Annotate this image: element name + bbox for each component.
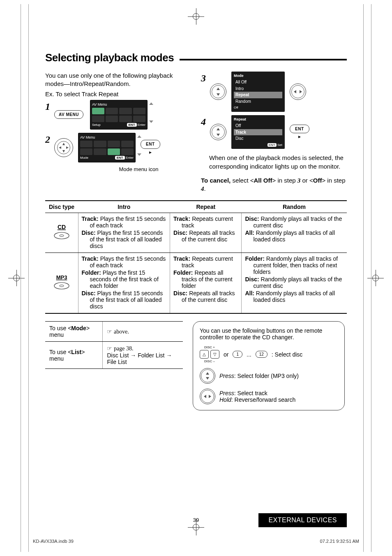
svg-marker-4	[217, 88, 220, 90]
ent-button-icon: ENT	[290, 125, 309, 134]
remote-intro: You can use the following buttons on the…	[200, 327, 338, 341]
nav-dial-leftright-icon	[290, 83, 306, 100]
select-disc-label: : Select disc	[272, 351, 302, 358]
down-arrow-icon	[137, 153, 141, 156]
step-3: 3 Mode All Off Intro Repeat Random Off	[201, 72, 347, 112]
svg-marker-9	[217, 134, 220, 136]
svg-marker-17	[206, 377, 209, 380]
remote-track-select: Press: Select track Hold: Reverse/forwar…	[200, 389, 338, 404]
list-menu-ref-value: ☞ page 38. Disc List → Folder List → Fil…	[103, 342, 183, 369]
av-menu-title-1: AV Menu	[92, 102, 145, 107]
cancel-instructions: To cancel, select <All Off> in step 3 or…	[201, 176, 347, 193]
remote-dial-leftright-icon	[200, 389, 215, 404]
svg-marker-19	[209, 395, 211, 398]
row-cd: CD Track: Plays the first 15 seconds of …	[45, 213, 347, 253]
left-column: You can use only one of the following pl…	[45, 72, 191, 195]
page-content: Selecting playback modes You can use onl…	[45, 51, 347, 531]
up-arrow-icon	[149, 102, 153, 105]
av-menu-screen-1: AV Menu Setup ENT Enter	[90, 100, 148, 130]
remote-num-12-icon: 12	[256, 351, 267, 358]
remote-folder-select: Press: Select folder (MP3 only)	[200, 368, 338, 384]
step4-result-text: When one of the playback modes is select…	[209, 154, 347, 171]
svg-point-12	[60, 235, 64, 236]
up-arrow-icon	[137, 135, 141, 138]
av-menu-icons-2	[80, 141, 134, 155]
crop-mark-top	[188, 8, 204, 25]
repeat-menu-screen: Repeat Off Track Disc ENT Set	[231, 115, 285, 149]
av-menu-foot-left-2: Mode	[80, 156, 88, 160]
mode-menu-ref-value: ☞ above.	[103, 322, 183, 342]
menu-reference-table: To use <Mode> menu ☞ above. To use <List…	[45, 321, 183, 369]
step-2: 2 AV Menu Mode	[45, 133, 191, 162]
list-menu-ref-label: To use <List> menu	[45, 342, 103, 369]
av-menu-screen-2: AV Menu Mode ENT Enter	[78, 133, 136, 162]
col-disc-type: Disc type	[45, 201, 78, 213]
svg-marker-0	[62, 143, 65, 145]
svg-marker-8	[217, 128, 220, 130]
page-trim-right	[363, 4, 371, 552]
av-menu-button-icon: AV MENU	[54, 110, 83, 119]
cd-intro-cell: Track: Plays the first 15 seconds of eac…	[78, 213, 170, 253]
nav-dial-icon	[54, 138, 73, 157]
cd-repeat-cell: Track: Repeats current track Disc: Repea…	[170, 213, 242, 253]
page-number: 39	[193, 517, 199, 523]
av-menu-foot-ent-2: ENT	[115, 156, 125, 160]
step-4: 4 Repeat Off Track Disc ENT Set ENT ▸	[201, 115, 347, 149]
col-intro: Intro	[78, 201, 170, 213]
col-random: Random	[242, 201, 347, 213]
av-menu-icons-1	[92, 108, 145, 122]
step-1: 1 AV MENU AV Menu Setup ENT Ente	[45, 100, 191, 130]
remote-up-btn-icon: △	[200, 350, 209, 359]
page-trim-left	[21, 4, 29, 552]
mode-menu-ref-label: To use <Mode> menu	[45, 322, 103, 342]
title-rule	[180, 59, 347, 60]
down-arrow-icon	[149, 120, 153, 123]
svg-text:CD: CD	[58, 224, 66, 230]
file-reference: KD-AVX33A.indb 39	[33, 539, 74, 544]
mp3-random-cell: Folder: Randomly plays all tracks of cur…	[242, 253, 347, 314]
step-2-number: 2	[45, 133, 50, 146]
svg-marker-5	[217, 93, 220, 96]
mode-menu-caption: Mode menu icon	[86, 166, 191, 173]
svg-point-11	[54, 232, 69, 239]
av-menu-foot-ent-1: ENT	[127, 123, 137, 127]
mode-menu-screen: Mode All Off Intro Repeat Random Off	[231, 72, 285, 112]
print-timestamp: 07.2.21 9:32:51 AM	[320, 539, 359, 544]
footer-section-tab: EXTERNAL DEVICES	[258, 513, 347, 527]
mp3-repeat-cell: Track: Repeats current track Folder: Rep…	[170, 253, 242, 314]
remote-disc-select: DISC + △ ▽ DISC – or 1 ... 12 : Select d…	[200, 345, 338, 363]
mp3-disc-icon: MP3	[52, 274, 71, 292]
remote-controller-box: You can use the following buttons on the…	[193, 321, 345, 410]
section-title: Selecting playback modes	[45, 51, 174, 64]
svg-point-14	[54, 283, 69, 289]
col-repeat: Repeat	[170, 201, 242, 213]
cd-random-cell: Disc: Randomly plays all tracks of the c…	[242, 213, 347, 253]
svg-marker-6	[294, 90, 296, 93]
svg-marker-2	[59, 146, 61, 149]
intro-paragraph-2: Ex. To select Track Repeat	[45, 90, 191, 98]
step-4-number: 4	[201, 115, 206, 128]
nav-dial-updown-icon	[210, 124, 226, 140]
svg-marker-18	[204, 395, 206, 398]
playback-modes-table: Disc type Intro Repeat Random CD Track: …	[45, 200, 347, 314]
mp3-intro-cell: Track: Plays the first 15 seconds of eac…	[78, 253, 170, 314]
remote-dial-updown-icon	[200, 368, 215, 384]
remote-down-btn-icon: ▽	[210, 350, 219, 359]
svg-text:MP3: MP3	[56, 274, 67, 280]
step-3-number: 3	[201, 72, 206, 85]
svg-marker-1	[62, 150, 65, 153]
step-1-number: 1	[45, 100, 50, 113]
ent-button-icon: ENT	[141, 140, 160, 149]
av-menu-foot-left-1: Setup	[92, 123, 101, 127]
intro-paragraph-1: You can use only one of the following pl…	[45, 72, 191, 88]
svg-marker-16	[206, 372, 209, 375]
av-menu-title-2: AV Menu	[80, 135, 134, 140]
nav-dial-updown-icon	[210, 83, 226, 100]
cd-disc-icon: CD	[52, 224, 71, 242]
right-column: 3 Mode All Off Intro Repeat Random Off	[201, 72, 347, 195]
svg-marker-7	[300, 90, 302, 93]
svg-marker-3	[66, 146, 69, 149]
row-mp3: MP3 Track: Plays the first 15 seconds of…	[45, 253, 347, 314]
remote-num-1-icon: 1	[233, 351, 242, 358]
mode-menu-title: Mode	[234, 73, 282, 78]
